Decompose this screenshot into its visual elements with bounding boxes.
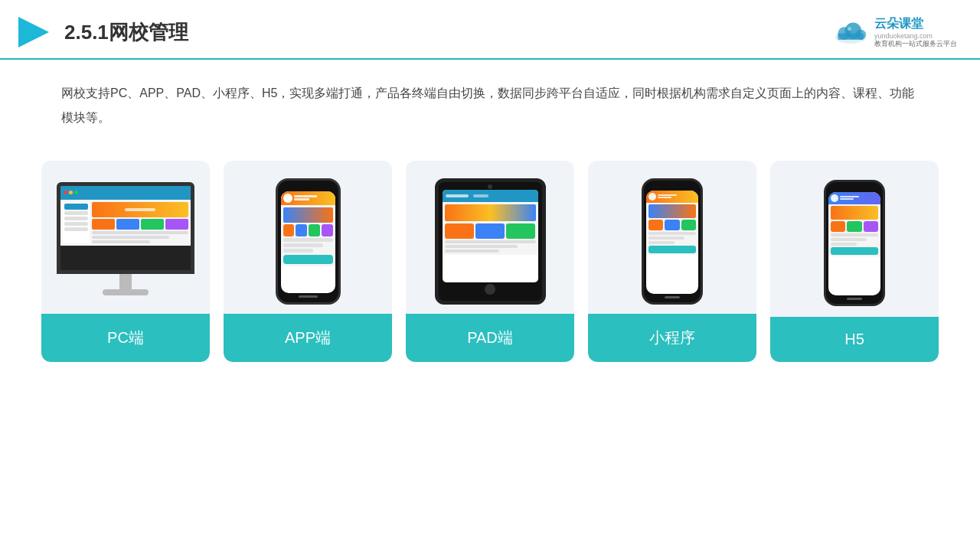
brand-logo: 云朵课堂 yunduoketang.com 教育机构一站式服务云平台 — [831, 16, 957, 49]
h5-phone-illustration — [824, 180, 885, 306]
card-h5-image — [770, 161, 939, 317]
header: 2.5.1网校管理 云朵课堂 yunduoketang.com 教育机构一站式服… — [0, 0, 980, 60]
card-app-label: APP端 — [224, 314, 392, 362]
card-pad-image — [406, 161, 574, 314]
pc-monitor-illustration — [57, 182, 194, 301]
description-paragraph: 网校支持PC、APP、PAD、小程序、H5，实现多端打通，产品各终端自由切换，数… — [61, 81, 919, 130]
card-app-image — [224, 161, 392, 314]
card-h5-label: H5 — [770, 317, 939, 362]
play-logo-icon — [15, 14, 52, 51]
cards-container: PC端 — [0, 145, 980, 385]
brand-tagline: 教育机构一站式服务云平台 — [874, 40, 957, 49]
header-right: 云朵课堂 yunduoketang.com 教育机构一站式服务云平台 — [831, 16, 957, 49]
card-miniprogram-label: 小程序 — [588, 314, 756, 362]
svg-marker-0 — [18, 17, 49, 47]
card-pad-label: PAD端 — [406, 314, 574, 362]
card-miniprogram-image — [588, 161, 756, 314]
brand-name: 云朵课堂 — [874, 16, 923, 32]
header-left: 2.5.1网校管理 — [15, 14, 188, 51]
brand-url: yunduoketang.com — [874, 32, 933, 40]
card-app: APP端 — [224, 161, 392, 362]
card-pc-label: PC端 — [41, 314, 210, 362]
miniprogram-phone-illustration — [642, 178, 703, 305]
card-pc: PC端 — [41, 161, 210, 362]
card-miniprogram: 小程序 — [588, 161, 756, 362]
brand-text: 云朵课堂 yunduoketang.com 教育机构一站式服务云平台 — [874, 16, 957, 49]
card-h5: H5 — [770, 161, 939, 362]
pad-tablet-illustration — [435, 178, 546, 305]
svg-rect-5 — [838, 34, 863, 40]
card-pc-image — [41, 161, 210, 314]
description-text: 网校支持PC、APP、PAD、小程序、H5，实现多端打通，产品各终端自由切换，数… — [0, 60, 980, 138]
app-phone-illustration — [276, 178, 341, 305]
page-title: 2.5.1网校管理 — [64, 19, 188, 46]
svg-point-6 — [848, 27, 851, 31]
card-pad: PAD端 — [406, 161, 574, 362]
cloud-icon — [831, 18, 870, 46]
